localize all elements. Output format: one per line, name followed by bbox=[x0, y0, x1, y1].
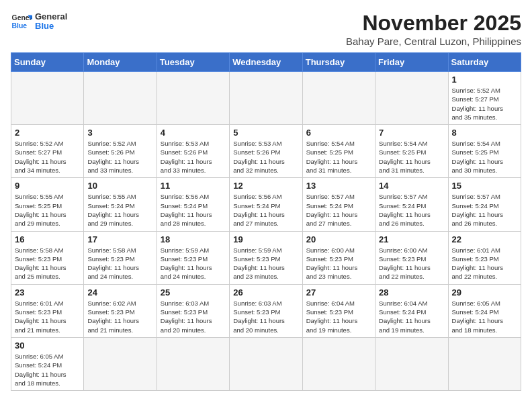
weekday-header-tuesday: Tuesday bbox=[157, 53, 229, 72]
day-cell: 6Sunrise: 5:54 AM Sunset: 5:25 PM Daylig… bbox=[302, 125, 375, 178]
day-cell bbox=[157, 337, 229, 390]
week-row-2: 9Sunrise: 5:55 AM Sunset: 5:25 PM Daylig… bbox=[11, 178, 521, 231]
day-cell: 8Sunrise: 5:54 AM Sunset: 5:25 PM Daylig… bbox=[448, 125, 521, 178]
day-number: 25 bbox=[161, 287, 226, 298]
day-info: Sunrise: 5:53 AM Sunset: 5:26 PM Dayligh… bbox=[161, 139, 226, 175]
day-cell: 13Sunrise: 5:57 AM Sunset: 5:24 PM Dayli… bbox=[302, 178, 375, 231]
weekday-header-saturday: Saturday bbox=[448, 53, 521, 72]
day-info: Sunrise: 5:57 AM Sunset: 5:24 PM Dayligh… bbox=[379, 192, 444, 228]
weekday-header-sunday: Sunday bbox=[11, 53, 84, 72]
day-cell bbox=[84, 72, 157, 125]
day-number: 23 bbox=[15, 287, 80, 298]
day-cell bbox=[302, 72, 375, 125]
day-number: 19 bbox=[233, 234, 298, 244]
weekday-header-friday: Friday bbox=[375, 53, 448, 72]
day-number: 3 bbox=[87, 128, 152, 138]
day-number: 17 bbox=[87, 234, 152, 244]
weekday-header-row: SundayMondayTuesdayWednesdayThursdayFrid… bbox=[11, 53, 521, 72]
day-info: Sunrise: 6:05 AM Sunset: 5:24 PM Dayligh… bbox=[452, 299, 517, 334]
day-cell: 7Sunrise: 5:54 AM Sunset: 5:25 PM Daylig… bbox=[375, 125, 448, 178]
day-cell: 29Sunrise: 6:05 AM Sunset: 5:24 PM Dayli… bbox=[448, 284, 521, 337]
weekday-header-thursday: Thursday bbox=[302, 53, 375, 72]
day-info: Sunrise: 6:00 AM Sunset: 5:23 PM Dayligh… bbox=[379, 246, 444, 281]
day-cell: 9Sunrise: 5:55 AM Sunset: 5:25 PM Daylig… bbox=[11, 178, 84, 231]
day-number: 28 bbox=[379, 287, 444, 298]
day-info: Sunrise: 6:05 AM Sunset: 5:24 PM Dayligh… bbox=[15, 352, 80, 387]
day-cell bbox=[84, 337, 157, 390]
day-info: Sunrise: 5:52 AM Sunset: 5:26 PM Dayligh… bbox=[87, 139, 152, 175]
day-info: Sunrise: 5:58 AM Sunset: 5:23 PM Dayligh… bbox=[87, 246, 152, 281]
day-cell: 11Sunrise: 5:56 AM Sunset: 5:24 PM Dayli… bbox=[157, 178, 229, 231]
day-info: Sunrise: 5:54 AM Sunset: 5:25 PM Dayligh… bbox=[379, 139, 444, 175]
day-number: 8 bbox=[452, 128, 517, 138]
day-cell bbox=[230, 337, 302, 390]
day-cell bbox=[157, 72, 229, 125]
day-number: 20 bbox=[306, 234, 371, 244]
svg-text:Blue: Blue bbox=[12, 22, 28, 30]
title-area: November 2025 Bahay Pare, Central Luzon,… bbox=[346, 11, 521, 47]
day-info: Sunrise: 5:54 AM Sunset: 5:25 PM Dayligh… bbox=[452, 139, 517, 175]
day-cell: 19Sunrise: 5:59 AM Sunset: 5:23 PM Dayli… bbox=[230, 231, 302, 284]
week-row-5: 30Sunrise: 6:05 AM Sunset: 5:24 PM Dayli… bbox=[11, 337, 521, 390]
day-cell: 3Sunrise: 5:52 AM Sunset: 5:26 PM Daylig… bbox=[84, 125, 157, 178]
day-number: 14 bbox=[379, 181, 444, 191]
day-cell bbox=[230, 72, 302, 125]
day-number: 15 bbox=[452, 181, 517, 191]
day-number: 11 bbox=[161, 181, 226, 191]
day-info: Sunrise: 5:55 AM Sunset: 5:25 PM Dayligh… bbox=[15, 192, 80, 228]
day-number: 16 bbox=[15, 234, 80, 244]
calendar-table: SundayMondayTuesdayWednesdayThursdayFrid… bbox=[11, 52, 521, 391]
logo-general: General bbox=[35, 12, 67, 21]
day-number: 1 bbox=[452, 75, 517, 85]
day-info: Sunrise: 5:57 AM Sunset: 5:24 PM Dayligh… bbox=[306, 192, 371, 228]
weekday-header-wednesday: Wednesday bbox=[230, 53, 302, 72]
day-number: 18 bbox=[161, 234, 226, 244]
week-row-3: 16Sunrise: 5:58 AM Sunset: 5:23 PM Dayli… bbox=[11, 231, 521, 284]
day-cell: 24Sunrise: 6:02 AM Sunset: 5:23 PM Dayli… bbox=[84, 284, 157, 337]
day-number: 22 bbox=[452, 234, 517, 244]
week-row-4: 23Sunrise: 6:01 AM Sunset: 5:23 PM Dayli… bbox=[11, 284, 521, 337]
day-number: 2 bbox=[15, 128, 80, 138]
day-cell bbox=[302, 337, 375, 390]
month-title: November 2025 bbox=[346, 11, 521, 36]
day-info: Sunrise: 5:57 AM Sunset: 5:24 PM Dayligh… bbox=[452, 192, 517, 228]
day-number: 5 bbox=[233, 128, 298, 138]
logo: General Blue General Blue bbox=[11, 11, 67, 32]
day-cell: 20Sunrise: 6:00 AM Sunset: 5:23 PM Dayli… bbox=[302, 231, 375, 284]
day-cell: 14Sunrise: 5:57 AM Sunset: 5:24 PM Dayli… bbox=[375, 178, 448, 231]
day-number: 9 bbox=[15, 181, 80, 191]
day-cell: 4Sunrise: 5:53 AM Sunset: 5:26 PM Daylig… bbox=[157, 125, 229, 178]
day-info: Sunrise: 6:03 AM Sunset: 5:23 PM Dayligh… bbox=[233, 299, 298, 334]
weekday-header-monday: Monday bbox=[84, 53, 157, 72]
day-info: Sunrise: 6:01 AM Sunset: 5:23 PM Dayligh… bbox=[452, 246, 517, 281]
day-cell bbox=[11, 72, 84, 125]
day-info: Sunrise: 6:03 AM Sunset: 5:23 PM Dayligh… bbox=[161, 299, 226, 334]
day-info: Sunrise: 5:59 AM Sunset: 5:23 PM Dayligh… bbox=[161, 246, 226, 281]
day-info: Sunrise: 6:04 AM Sunset: 5:23 PM Dayligh… bbox=[306, 299, 371, 334]
day-cell: 28Sunrise: 6:04 AM Sunset: 5:24 PM Dayli… bbox=[375, 284, 448, 337]
day-number: 26 bbox=[233, 287, 298, 298]
day-info: Sunrise: 5:56 AM Sunset: 5:24 PM Dayligh… bbox=[161, 192, 226, 228]
day-cell: 27Sunrise: 6:04 AM Sunset: 5:23 PM Dayli… bbox=[302, 284, 375, 337]
day-number: 30 bbox=[15, 340, 80, 351]
day-cell: 21Sunrise: 6:00 AM Sunset: 5:23 PM Dayli… bbox=[375, 231, 448, 284]
day-cell: 2Sunrise: 5:52 AM Sunset: 5:27 PM Daylig… bbox=[11, 125, 84, 178]
day-cell: 15Sunrise: 5:57 AM Sunset: 5:24 PM Dayli… bbox=[448, 178, 521, 231]
day-cell: 22Sunrise: 6:01 AM Sunset: 5:23 PM Dayli… bbox=[448, 231, 521, 284]
day-info: Sunrise: 5:59 AM Sunset: 5:23 PM Dayligh… bbox=[233, 246, 298, 281]
day-info: Sunrise: 6:01 AM Sunset: 5:23 PM Dayligh… bbox=[15, 299, 80, 334]
day-cell bbox=[375, 72, 448, 125]
day-cell: 17Sunrise: 5:58 AM Sunset: 5:23 PM Dayli… bbox=[84, 231, 157, 284]
day-number: 12 bbox=[233, 181, 298, 191]
day-number: 10 bbox=[87, 181, 152, 191]
day-cell: 12Sunrise: 5:56 AM Sunset: 5:24 PM Dayli… bbox=[230, 178, 302, 231]
day-info: Sunrise: 6:04 AM Sunset: 5:24 PM Dayligh… bbox=[379, 299, 444, 334]
day-number: 6 bbox=[306, 128, 371, 138]
day-number: 21 bbox=[379, 234, 444, 244]
day-cell bbox=[448, 337, 521, 390]
day-info: Sunrise: 6:02 AM Sunset: 5:23 PM Dayligh… bbox=[87, 299, 152, 334]
day-cell: 26Sunrise: 6:03 AM Sunset: 5:23 PM Dayli… bbox=[230, 284, 302, 337]
day-cell: 10Sunrise: 5:55 AM Sunset: 5:24 PM Dayli… bbox=[84, 178, 157, 231]
day-info: Sunrise: 5:52 AM Sunset: 5:27 PM Dayligh… bbox=[452, 86, 517, 122]
day-number: 29 bbox=[452, 287, 517, 298]
